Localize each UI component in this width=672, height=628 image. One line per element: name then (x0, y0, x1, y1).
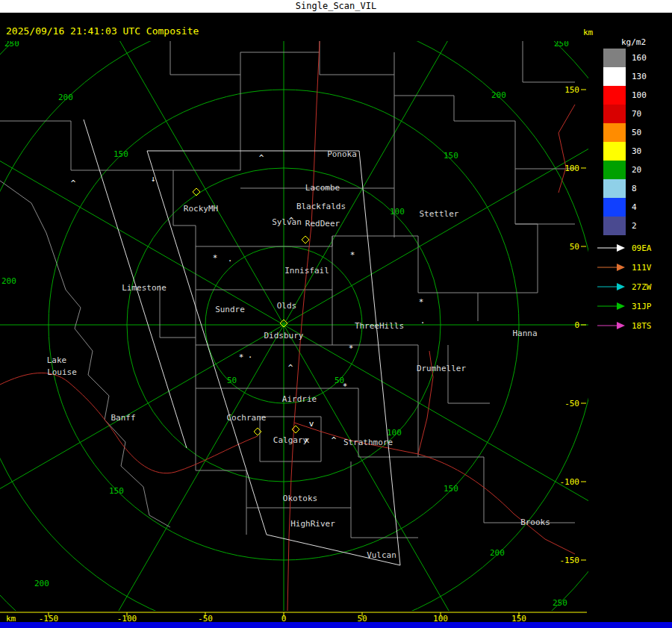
range-ring-label: 150 (444, 151, 458, 161)
highway-line (294, 423, 575, 554)
range-ring-label: 200 (491, 90, 506, 100)
asterisk-marker: * (239, 352, 244, 362)
asterisk-marker: * (350, 250, 355, 260)
town-label: Sundre (215, 305, 245, 314)
legend-site-row: 111V (597, 258, 652, 277)
colorbar-entry: 50 (603, 123, 647, 142)
town-label: Limestone (122, 283, 167, 293)
colorbar-swatch (603, 161, 626, 179)
y-tick-label: 50 (570, 242, 579, 252)
town-label: Innisfail (284, 266, 329, 276)
town-label: Didsbury (264, 331, 304, 341)
range-ring-label: 150 (109, 486, 124, 496)
radar-map-display[interactable]: 2502001502502001501005050100150200250150… (0, 0, 672, 628)
town-label: Sylvan (272, 217, 302, 227)
town-label: Banff (111, 413, 135, 423)
colorbar-entry: 70 (603, 105, 647, 123)
town-label: Cochrane (227, 413, 267, 423)
colorbar-entry: 130 (603, 67, 647, 86)
radar-site-marker (302, 236, 309, 243)
range-ring-label: 150 (113, 149, 128, 159)
colorbar-entry: 8 (603, 179, 647, 198)
boundary-line (0, 181, 170, 527)
caret-up-marker: ^ (332, 435, 337, 445)
legend-arrow-icon (597, 263, 626, 272)
legend-arrow-icon (597, 321, 626, 330)
colorbar-value: 4 (632, 198, 637, 217)
colorbar-value: 8 (632, 179, 637, 198)
range-ring-label: 150 (444, 484, 458, 494)
highway-line (559, 105, 575, 193)
colorbar-swatch (603, 179, 626, 198)
range-ring (0, 11, 597, 628)
caret-up-marker: ^ (288, 363, 293, 373)
town-label: Calgary (273, 435, 308, 445)
legend-arrow-icon (597, 243, 626, 252)
range-spoke (75, 325, 284, 628)
caret-up-marker: ^ (259, 153, 264, 163)
town-label: Ponoka (327, 149, 357, 159)
colorbar-entry: 20 (603, 161, 647, 179)
cross-marker: x (305, 435, 310, 445)
boundary-line (418, 457, 575, 523)
caret-up-marker: ^ (71, 178, 76, 188)
colorbar-value: 100 (632, 86, 647, 105)
bottom-status-bar (0, 622, 672, 628)
y-tick-label: 0 (574, 320, 579, 330)
legend-site-label: 31JP (632, 302, 652, 311)
legend-site-row: 31JP (597, 296, 652, 316)
town-label: Okotoks (283, 494, 317, 503)
boundary-line (160, 285, 196, 338)
arrow-down-marker: ↓ (151, 174, 156, 184)
colorbar-entry: 160 (603, 49, 647, 67)
y-tick-label: 150 (564, 85, 579, 95)
town-label: RedDeer (305, 219, 340, 228)
colorbar-swatch (603, 123, 626, 142)
colorbar-swatch (603, 49, 626, 67)
range-spoke (284, 325, 646, 534)
range-ring-label: 250 (4, 39, 19, 49)
town-label: Lake (47, 355, 67, 365)
boundary-line (394, 96, 575, 169)
legend-site-row: 09EA (597, 238, 652, 258)
town-label: ThreeHills (355, 321, 404, 331)
colorbar-swatch (603, 142, 626, 161)
radar-site-legend: 09EA111V27ZW31JP18TS (597, 238, 652, 335)
town-labels: PonokaLacombeBlackfaldsSylvanRedDeerStet… (47, 149, 550, 560)
range-ring-label: 100 (390, 207, 405, 217)
y-tick-label: -100 (560, 477, 580, 487)
range-ring-label: 50 (227, 376, 237, 385)
boundary-line (196, 236, 394, 246)
range-ring-label: 200 (1, 276, 16, 286)
boundary-line (196, 388, 246, 535)
dot-marker: · (248, 352, 253, 362)
colorbar-value: 130 (632, 67, 647, 86)
legend-arrow-icon (597, 302, 626, 311)
colorbar-entry: 4 (603, 198, 647, 217)
colorbar-entry: 30 (603, 142, 647, 161)
asterisk-marker: * (419, 297, 424, 307)
town-label: Strathmore (343, 438, 393, 447)
range-spoke (284, 0, 493, 325)
boundary-line (394, 236, 478, 321)
colorbar: 16013010070503020842 (603, 49, 647, 235)
legend-site-label: 09EA (632, 243, 652, 253)
dot-marker: · (228, 256, 233, 266)
radar-application-window: Single_Scan_VIL 2025/09/16 21:41:03 UTC … (0, 0, 672, 628)
legend-site-row: 18TS (597, 316, 652, 335)
range-ring-label: 250 (553, 598, 567, 608)
boundary-line (170, 41, 320, 75)
town-label: RockyMH (184, 204, 218, 214)
y-tick-label: 100 (564, 164, 579, 173)
asterisk-marker: * (213, 253, 218, 263)
colorbar-value: 50 (632, 123, 641, 142)
dot-marker: · (420, 318, 426, 328)
y-axis-unit-label: km (583, 28, 594, 37)
county-boundaries (0, 41, 575, 538)
town-label: Brooks (520, 517, 550, 527)
town-label: Louise (47, 367, 77, 377)
colorbar-swatch (603, 67, 626, 86)
town-label: Airdrie (282, 394, 317, 404)
scan-area-outline (84, 119, 400, 565)
town-label: Lacombe (305, 183, 340, 193)
